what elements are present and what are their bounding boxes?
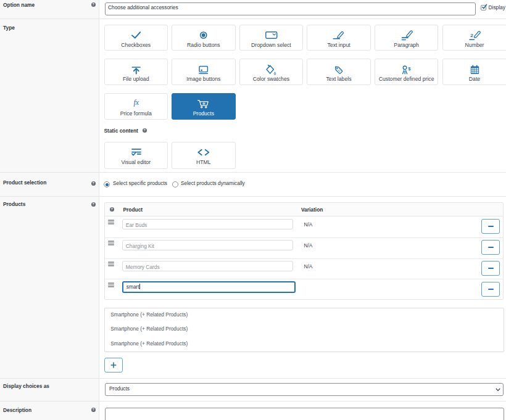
svg-text:2: 2 [470,33,473,38]
svg-text:$: $ [408,66,410,72]
svg-text:fx: fx [133,98,139,107]
